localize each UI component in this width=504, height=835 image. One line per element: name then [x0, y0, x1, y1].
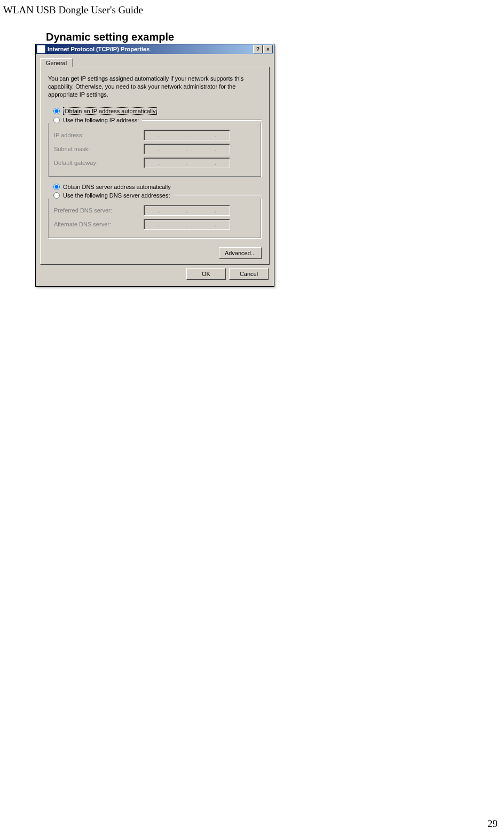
label-ip-address: IP address: — [54, 132, 144, 138]
radio-auto-dns-row[interactable]: Obtain DNS server address automatically — [53, 184, 262, 190]
input-preferred-dns: ... — [144, 205, 230, 216]
input-default-gateway: ... — [144, 157, 230, 168]
dialog-button-row: OK Cancel — [40, 265, 270, 282]
radio-manual-dns-row[interactable]: Use the following DNS server addresses: — [53, 192, 262, 199]
cancel-button[interactable]: Cancel — [229, 268, 269, 280]
dialog-icon — [37, 45, 45, 53]
radio-manual-dns[interactable] — [53, 192, 60, 199]
label-preferred-dns: Preferred DNS server: — [54, 207, 144, 214]
radio-manual-ip-label: Use the following IP address: — [63, 117, 139, 123]
label-alternate-dns: Alternate DNS server: — [54, 221, 144, 227]
input-ip-address: ... — [144, 130, 230, 140]
label-subnet-mask: Subnet mask: — [54, 146, 144, 152]
dialog-body: General You can get IP settings assigned… — [36, 54, 274, 286]
titlebar: Internet Protocol (TCP/IP) Properties ? … — [36, 44, 274, 54]
divider — [174, 195, 262, 195]
page-number: 29 — [487, 818, 498, 830]
radio-manual-ip-row[interactable]: Use the following IP address: — [53, 117, 262, 123]
tcpip-properties-dialog: Internet Protocol (TCP/IP) Properties ? … — [35, 44, 274, 287]
help-button[interactable]: ? — [253, 45, 263, 53]
radio-manual-dns-label: Use the following DNS server addresses: — [63, 192, 170, 199]
divider — [142, 120, 262, 120]
close-button[interactable]: × — [263, 45, 273, 53]
tab-general[interactable]: General — [40, 58, 73, 67]
label-default-gateway: Default gateway: — [54, 160, 144, 166]
input-subnet-mask: ... — [144, 144, 230, 154]
radio-manual-ip[interactable] — [53, 117, 60, 123]
ok-button[interactable]: OK — [186, 268, 226, 280]
input-alternate-dns: ... — [144, 219, 230, 230]
dialog-title: Internet Protocol (TCP/IP) Properties — [48, 46, 253, 52]
radio-auto-dns-label: Obtain DNS server address automatically — [63, 184, 171, 190]
tab-content: You can get IP settings assigned automat… — [40, 67, 270, 265]
section-heading: Dynamic setting example — [46, 31, 174, 43]
radio-auto-ip-row[interactable]: Obtain an IP address automatically — [53, 107, 262, 115]
manual-ip-group: IP address: ... Subnet mask: ... Default… — [48, 123, 262, 177]
intro-text: You can get IP settings assigned automat… — [48, 75, 262, 99]
advanced-button-row: Advanced... — [48, 245, 262, 259]
radio-auto-ip[interactable] — [53, 108, 60, 114]
radio-auto-ip-label: Obtain an IP address automatically — [63, 107, 157, 115]
advanced-button[interactable]: Advanced... — [219, 247, 262, 259]
document-header: WLAN USB Dongle User's Guide — [3, 4, 143, 16]
radio-auto-dns[interactable] — [53, 184, 60, 190]
manual-dns-group: Preferred DNS server: ... Alternate DNS … — [48, 199, 262, 239]
